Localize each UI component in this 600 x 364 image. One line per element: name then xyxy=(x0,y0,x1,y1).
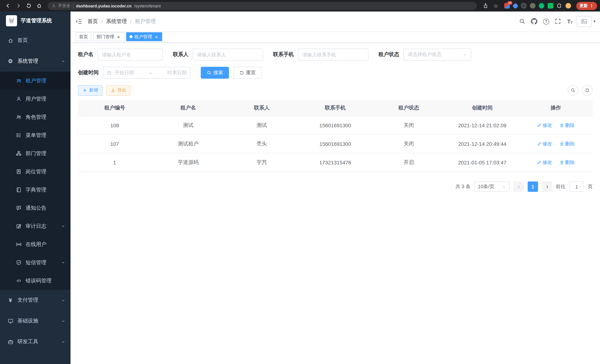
cell-actions: 修改 删除 xyxy=(519,153,593,172)
sidebar-item-tools[interactable]: 研发工具 xyxy=(0,331,71,352)
sidebar-item-label: 菜单管理 xyxy=(26,132,46,139)
extension-icon-6[interactable] xyxy=(548,3,553,9)
sidebar: 芋道管理系统 首页 ⚙ 系统管理 租 xyxy=(0,11,71,364)
edit-button[interactable]: 修改 xyxy=(537,122,552,129)
dashboard-icon xyxy=(7,37,13,43)
sidebar-item-infra[interactable]: 基础设施 xyxy=(0,311,71,331)
breadcrumb-current: 租户管理 xyxy=(135,18,156,25)
table-row: 1 芋道源码 芋艿 17321315478 开启 2021-01-05 17:0… xyxy=(78,153,593,172)
address-bar[interactable]: ⚠ 不安全 dashboard.yudao.iocoder.cn /system… xyxy=(47,2,477,10)
sidebar-collapse-button[interactable] xyxy=(71,18,88,25)
tag-tenant[interactable]: 租户管理 × xyxy=(126,32,162,41)
share-button[interactable] xyxy=(480,1,490,10)
role-icon xyxy=(16,114,21,120)
extension-icon-4[interactable] xyxy=(530,3,535,9)
home-icon xyxy=(36,3,42,9)
goto-page-input[interactable] xyxy=(569,181,584,192)
trash-icon xyxy=(560,160,564,165)
sidebar-item-pay[interactable]: ¥ 支付管理 xyxy=(0,290,71,311)
font-size-button[interactable]: TT xyxy=(565,16,575,26)
avatar-caret-icon[interactable]: ▾ xyxy=(593,19,596,24)
profile-avatar[interactable] xyxy=(565,3,571,9)
tenant-name-input[interactable] xyxy=(98,49,163,60)
extensions-puzzle-button[interactable] xyxy=(557,3,562,9)
breadcrumb-system[interactable]: 系统管理 xyxy=(106,18,127,25)
extension-icon-2[interactable] xyxy=(512,3,519,9)
close-icon[interactable]: × xyxy=(116,34,121,39)
edit-icon xyxy=(537,141,541,146)
github-button[interactable] xyxy=(529,16,539,26)
add-button-label: 新增 xyxy=(89,87,98,93)
export-button[interactable]: 导出 xyxy=(106,85,131,95)
reset-button[interactable]: 重置 xyxy=(233,67,262,79)
update-label: 更新 xyxy=(580,3,588,9)
edit-button[interactable]: 修改 xyxy=(537,140,552,147)
goto-suffix: 页 xyxy=(588,183,593,190)
github-icon xyxy=(531,18,537,25)
sidebar-item-menu[interactable]: 菜单管理 xyxy=(0,126,71,144)
next-page-button[interactable] xyxy=(542,181,552,192)
extension-icon-1[interactable]: 10 xyxy=(504,3,510,9)
refresh-table-button[interactable] xyxy=(582,85,593,96)
browser-forward-button[interactable] xyxy=(13,1,23,10)
app-logo: 芋道管理系统 xyxy=(0,11,71,30)
export-button-label: 导出 xyxy=(117,87,126,93)
prev-page-button[interactable] xyxy=(514,181,524,192)
sidebar-item-label: 字典管理 xyxy=(26,187,46,193)
book-icon xyxy=(16,187,21,193)
header-search-button[interactable] xyxy=(517,16,527,26)
toggle-search-button[interactable] xyxy=(568,85,579,96)
contact-input[interactable] xyxy=(193,49,263,60)
bookmark-button[interactable]: ☆ xyxy=(491,1,501,10)
sidebar-item-system[interactable]: ⚙ 系统管理 xyxy=(0,51,71,72)
sidebar-item-sms[interactable]: 短信管理 xyxy=(0,253,71,272)
sidebar-item-online[interactable]: 在线用户 xyxy=(0,235,71,253)
col-tenant-name: 租户名 xyxy=(151,100,225,116)
delete-button[interactable]: 删除 xyxy=(560,122,575,129)
tag-home[interactable]: 首页 xyxy=(76,32,91,41)
sidebar-item-user[interactable]: 用户管理 xyxy=(0,90,71,108)
sidebar-item-role[interactable]: 角色管理 xyxy=(0,108,71,126)
sidebar-item-post[interactable]: 岗位管理 xyxy=(0,162,71,181)
page-content: 租户名 联系人 联系手机 租户状态 请选择租户状态 xyxy=(71,43,600,364)
extension-icon-3[interactable] xyxy=(521,3,526,9)
browser-update-button[interactable]: 更新 ⋮ xyxy=(576,2,597,10)
puzzle-icon xyxy=(557,3,562,9)
date-range-picker[interactable]: 开始日期 - 结束日期 xyxy=(103,67,191,79)
signal-icon xyxy=(16,241,21,247)
tag-dept[interactable]: 部门管理 × xyxy=(93,32,124,41)
status-select[interactable]: 请选择租户状态 xyxy=(403,49,471,60)
help-button[interactable]: ? xyxy=(541,16,551,26)
sidebar-item-dict[interactable]: 字典管理 xyxy=(0,181,71,199)
search-button[interactable]: 搜索 xyxy=(201,67,229,79)
sidebar-item-dept[interactable]: 部门管理 xyxy=(0,144,71,162)
sidebar-item-audit[interactable]: 审计日志 xyxy=(0,217,71,235)
mobile-input[interactable] xyxy=(298,49,368,60)
page-number-current[interactable]: 1 xyxy=(528,181,538,192)
delete-button[interactable]: 删除 xyxy=(560,159,575,166)
back-icon xyxy=(5,3,10,9)
extension-icon-5[interactable] xyxy=(539,3,544,9)
goto-prefix: 前往 xyxy=(556,183,565,190)
security-label: 不安全 xyxy=(58,3,71,9)
fullscreen-button[interactable] xyxy=(553,16,563,26)
sidebar-item-notice[interactable]: 通知公告 xyxy=(0,199,71,217)
add-button[interactable]: 新增 xyxy=(78,85,103,95)
breadcrumb-home[interactable]: 首页 xyxy=(88,18,98,25)
delete-button[interactable]: 删除 xyxy=(560,140,575,147)
forward-icon xyxy=(15,3,21,9)
user-avatar[interactable] xyxy=(577,16,592,27)
sidebar-item-home[interactable]: 首页 xyxy=(0,30,71,51)
browser-home-button[interactable] xyxy=(34,1,44,10)
chevron-left-icon xyxy=(517,185,521,189)
close-icon[interactable]: × xyxy=(154,34,159,39)
date-separator: - xyxy=(137,70,164,75)
sidebar-item-errcode[interactable]: 错误码管理 xyxy=(0,272,71,290)
edit-button[interactable]: 修改 xyxy=(537,159,552,166)
trash-icon xyxy=(560,141,564,146)
browser-reload-button[interactable] xyxy=(24,1,33,10)
browser-back-button[interactable] xyxy=(3,1,13,10)
cell-contact: 测试 xyxy=(225,116,299,134)
page-size-select[interactable]: 10条/页 xyxy=(474,181,510,192)
sidebar-item-tenant[interactable]: 租户管理 xyxy=(0,72,71,90)
